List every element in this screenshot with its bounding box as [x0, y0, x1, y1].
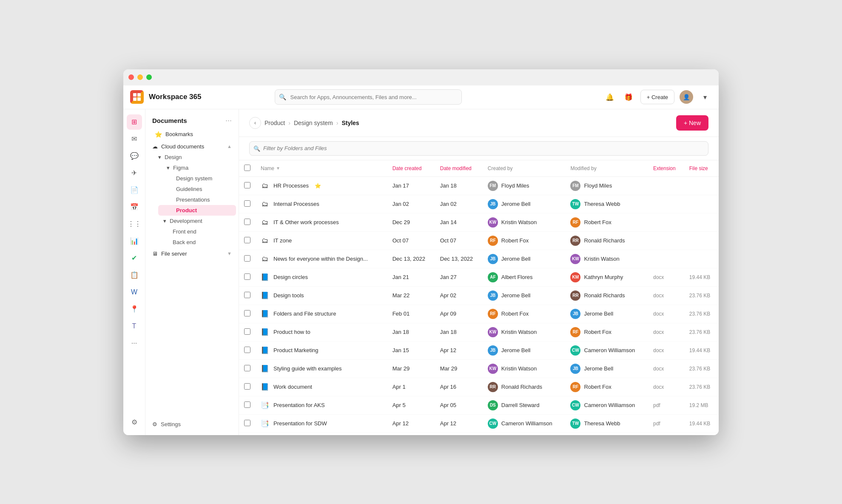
- col-header-name[interactable]: Name ▼: [256, 160, 387, 177]
- row-name-cell[interactable]: 🗂 Internal Processes: [256, 195, 387, 213]
- sidebar-settings[interactable]: ⚙ Settings: [145, 419, 239, 430]
- row-checkbox-cell: [239, 231, 256, 250]
- row-name-cell[interactable]: 📘 Product how to: [256, 323, 387, 341]
- table-row: 📘 Product how to Jan 18 Jan 18 KW Kristi…: [239, 323, 719, 341]
- col-header-date-modified[interactable]: Date modified: [435, 160, 483, 177]
- row-name-cell[interactable]: 🗂 IT & Other work processes: [256, 213, 387, 231]
- breadcrumb-design-system[interactable]: Design system: [294, 120, 333, 126]
- modified-by-name: Ronald Richards: [584, 237, 625, 244]
- sidebar-item-guidelines[interactable]: Guidelines: [158, 184, 236, 194]
- minimize-button[interactable]: [137, 74, 143, 80]
- filter-search-icon: 🔍: [253, 145, 260, 151]
- sidebar-item-design[interactable]: ▾ Design: [151, 152, 236, 162]
- sidebar-sub-figma-items: Design system Guidelines Presentations P…: [152, 173, 239, 216]
- row-file-size: 23.76 KB: [684, 305, 719, 323]
- row-created-by: RR Ronald Richards: [483, 378, 566, 396]
- row-name-cell[interactable]: 📘 Work document: [256, 378, 387, 396]
- row-checkbox[interactable]: [244, 310, 250, 316]
- nav-icon-ppt[interactable]: 📋: [127, 268, 142, 283]
- close-button[interactable]: [128, 74, 134, 80]
- row-checkbox[interactable]: [244, 401, 250, 408]
- filter-input[interactable]: [249, 141, 708, 156]
- user-menu-chevron[interactable]: ▾: [698, 90, 712, 104]
- row-checkbox[interactable]: [244, 237, 250, 243]
- row-name-cell[interactable]: 📘 Folders and File structure: [256, 305, 387, 323]
- back-button[interactable]: ‹: [249, 117, 261, 129]
- row-name-cell[interactable]: 📘 Product Marketing: [256, 341, 387, 359]
- notification-button[interactable]: 🔔: [603, 90, 617, 104]
- sidebar-item-figma[interactable]: ▾ Figma: [155, 162, 236, 173]
- guidelines-label: Guidelines: [176, 186, 202, 192]
- row-name-cell[interactable]: 🗂 HR Processes ⭐: [256, 177, 387, 195]
- row-name-cell[interactable]: 📑 Talents found within RDP search: [256, 433, 387, 435]
- row-date-created: Jan 02: [387, 195, 435, 213]
- sidebar-item-development[interactable]: ▾ Development: [151, 216, 236, 226]
- row-name-cell[interactable]: 📘 Styling guide with examples: [256, 359, 387, 378]
- search-input[interactable]: [275, 89, 462, 105]
- nav-icon-settings[interactable]: ⚙: [127, 415, 142, 430]
- row-name-cell[interactable]: 📑 Presentation for AKS: [256, 396, 387, 414]
- gift-button[interactable]: 🎁: [622, 90, 635, 104]
- row-checkbox-cell: [239, 414, 256, 433]
- row-checkbox[interactable]: [244, 383, 250, 390]
- modified-by-name: Ronald Richards: [584, 292, 625, 299]
- nav-icon-calendar[interactable]: 📅: [127, 199, 142, 215]
- sidebar-item-frontend[interactable]: Front end: [155, 226, 236, 237]
- nav-icon-check[interactable]: ✔: [127, 251, 142, 266]
- extension-badge: docx: [653, 347, 664, 353]
- figma-label: Figma: [173, 165, 188, 171]
- row-modified-by: FM Floyd Miles: [565, 177, 648, 195]
- nav-icon-excel[interactable]: 📊: [127, 233, 142, 249]
- create-button[interactable]: + Create: [640, 90, 674, 104]
- row-checkbox[interactable]: [244, 200, 250, 207]
- row-checkbox[interactable]: [244, 292, 250, 298]
- row-checkbox[interactable]: [244, 219, 250, 225]
- created-by-name: Kristin Watson: [501, 365, 537, 372]
- row-name-cell[interactable]: 🗂 IT zone: [256, 231, 387, 250]
- sidebar-item-file-server[interactable]: 🖥 File server ▼: [145, 248, 239, 259]
- row-name-cell[interactable]: 🗂 News for everyone within the Design...: [256, 250, 387, 268]
- sidebar-more-button[interactable]: ···: [225, 116, 232, 125]
- row-name-cell[interactable]: 📑 Presentation for SDW: [256, 414, 387, 433]
- sidebar-item-presentations[interactable]: Presentations: [158, 194, 236, 205]
- modified-by-name: Cameron Williamson: [584, 402, 635, 408]
- row-name-cell[interactable]: 📘 Design tools: [256, 286, 387, 305]
- row-date-created: Dec 29: [387, 213, 435, 231]
- row-checkbox[interactable]: [244, 328, 250, 335]
- nav-icon-grid[interactable]: ⋮⋮: [127, 216, 142, 232]
- sidebar-item-bookmarks[interactable]: ⭐ Bookmarks: [148, 128, 236, 140]
- row-checkbox[interactable]: [244, 347, 250, 353]
- nav-icon-more[interactable]: ···: [127, 336, 142, 351]
- row-created-by: CW Cameron Williamson: [483, 414, 566, 433]
- sidebar-item-product[interactable]: Product: [158, 205, 236, 216]
- created-by-name: Kristin Watson: [501, 329, 537, 335]
- new-button[interactable]: + New: [676, 115, 708, 131]
- row-created-by: JB Jerome Bell: [483, 195, 566, 213]
- row-name-cell[interactable]: 📘 Design circles: [256, 268, 387, 286]
- nav-icon-map[interactable]: 📍: [127, 302, 142, 317]
- row-checkbox[interactable]: [244, 182, 250, 188]
- col-header-extension: Extension: [648, 160, 684, 177]
- nav-icon-teams[interactable]: T: [127, 319, 142, 334]
- app-title: Workspace 365: [149, 93, 201, 101]
- sidebar-group-cloud-header[interactable]: ☁ Cloud documents ▲: [145, 141, 239, 152]
- maximize-button[interactable]: [146, 74, 152, 80]
- nav-icon-send[interactable]: ✈: [127, 165, 142, 181]
- row-checkbox[interactable]: [244, 273, 250, 280]
- row-checkbox[interactable]: [244, 365, 250, 371]
- sidebar-item-backend[interactable]: Back end: [155, 237, 236, 248]
- sidebar-item-design-system[interactable]: Design system: [158, 173, 236, 184]
- nav-icon-mail[interactable]: ✉: [127, 131, 142, 147]
- modified-by-avatar: RF: [570, 382, 580, 392]
- row-checkbox[interactable]: [244, 420, 250, 426]
- user-avatar-button[interactable]: 👤: [680, 90, 693, 104]
- nav-icon-word[interactable]: W: [127, 285, 142, 300]
- col-header-date-created[interactable]: Date created: [387, 160, 435, 177]
- select-all-checkbox[interactable]: [244, 165, 250, 171]
- nav-icon-docs[interactable]: 📄: [127, 182, 142, 198]
- nav-icon-chat[interactable]: 💬: [127, 148, 142, 164]
- col-header-created-by: Created by: [483, 160, 566, 177]
- breadcrumb-product[interactable]: Product: [265, 120, 285, 126]
- row-checkbox[interactable]: [244, 255, 250, 262]
- nav-icon-home[interactable]: ⊞: [127, 114, 142, 130]
